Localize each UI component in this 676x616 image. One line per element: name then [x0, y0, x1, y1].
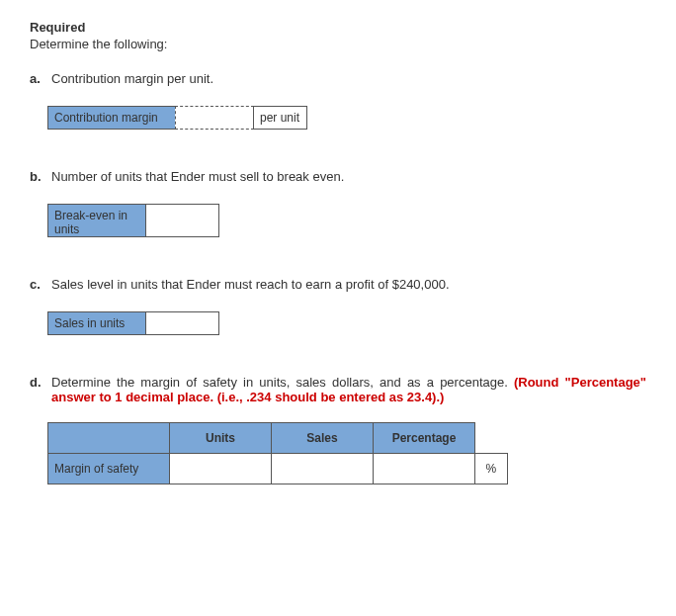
col-sales: Sales — [272, 423, 374, 454]
margin-percentage-input[interactable] — [374, 454, 475, 484]
contribution-margin-label: Contribution margin — [47, 106, 176, 130]
percent-sign-cell: % — [475, 454, 508, 484]
per-unit-suffix: per unit — [253, 106, 307, 130]
margin-units-input[interactable] — [170, 454, 272, 484]
margin-of-safety-table: Units Sales Percentage Margin of safety … — [47, 422, 508, 484]
question-c: c. Sales level in units that Ender must … — [30, 277, 646, 335]
col-percentage: Percentage — [374, 423, 475, 454]
contribution-margin-input[interactable] — [175, 106, 254, 130]
q-c-answer-row: Sales in units — [47, 311, 646, 335]
question-b: b. Number of units that Ender must sell … — [30, 169, 646, 237]
q-a-text: Contribution margin per unit. — [51, 71, 646, 86]
q-d-text: Determine the margin of safety in units,… — [51, 375, 646, 404]
q-b-text: Number of units that Ender must sell to … — [51, 169, 646, 184]
q-b-letter: b. — [30, 169, 47, 184]
q-b-answer-row: Break-even in units — [47, 204, 646, 237]
q-c-text: Sales level in units that Ender must rea… — [51, 277, 646, 292]
breakeven-label: Break-even in units — [47, 204, 146, 237]
sales-units-label: Sales in units — [47, 311, 146, 335]
margin-of-safety-label: Margin of safety — [48, 454, 170, 484]
col-units: Units — [170, 423, 272, 454]
instruction: Determine the following: — [30, 37, 646, 51]
table-spacer — [475, 423, 508, 454]
q-a-answer-row: Contribution margin per unit — [47, 106, 646, 130]
required-heading: Required — [30, 20, 646, 35]
question-a: a. Contribution margin per unit. Contrib… — [30, 71, 646, 130]
breakeven-input[interactable] — [145, 204, 219, 237]
margin-sales-input[interactable] — [272, 454, 374, 484]
question-d: d. Determine the margin of safety in uni… — [30, 375, 646, 484]
q-d-text-main: Determine the margin of safety in units,… — [51, 375, 514, 390]
q-d-letter: d. — [30, 375, 47, 390]
q-a-letter: a. — [30, 71, 47, 86]
table-corner — [48, 423, 170, 454]
sales-units-input[interactable] — [145, 311, 219, 335]
table-row: Margin of safety % — [48, 454, 508, 484]
q-c-letter: c. — [30, 277, 47, 292]
